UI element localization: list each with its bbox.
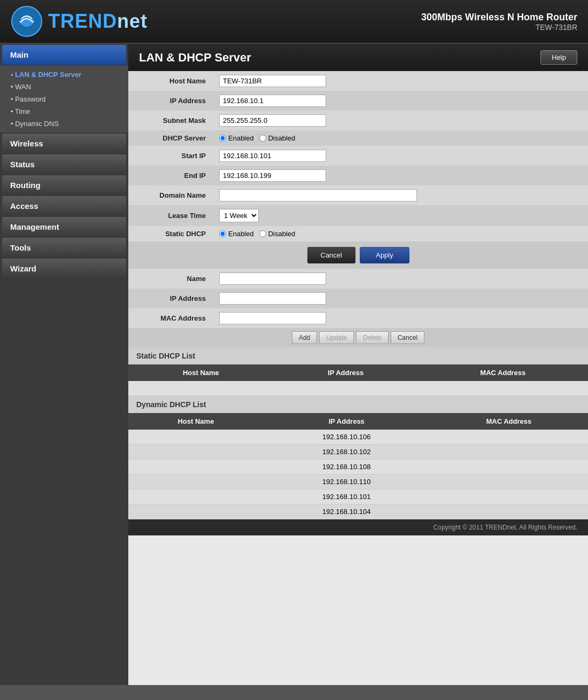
name-input[interactable]	[219, 273, 326, 285]
dhcp-enabled-radio[interactable]	[219, 135, 226, 142]
dynamic-hostname-cell	[128, 504, 264, 519]
sidebar-item-lan-dhcp[interactable]: LAN & DHCP Server	[0, 68, 128, 81]
dhcp-disabled-radio[interactable]	[259, 135, 266, 142]
static-dhcp-radio-group: Enabled Disabled	[219, 230, 583, 238]
dynamic-dhcp-row: 192.168.10.102	[128, 445, 588, 460]
sidebar-item-wan[interactable]: WAN	[0, 81, 128, 93]
mac-address-row: MAC Address	[128, 308, 588, 328]
subnet-mask-row: Subnet Mask	[128, 111, 588, 130]
static-dhcp-tbody	[128, 381, 588, 396]
dynamic-hostname-cell	[128, 430, 264, 445]
add-button[interactable]: Add	[292, 331, 317, 344]
lease-time-row: Lease Time 1 Week 1 Day 1 Hour	[128, 205, 588, 226]
logo-text: TRENDnet	[48, 10, 148, 33]
sidebar-header-main[interactable]: Main	[2, 45, 126, 65]
sidebar-item-dynamic-dns[interactable]: Dynamic DNS	[0, 118, 128, 130]
end-ip-label: End IP	[128, 166, 214, 185]
static-dhcp-header-row: Host Name IP Address MAC Address	[128, 364, 588, 381]
device-sku: TEW-731BR	[421, 23, 577, 32]
crud-buttons-row: Add Update Delete Cancel	[128, 328, 588, 347]
dynamic-dhcp-list-title: Dynamic DHCP List	[128, 396, 588, 413]
end-ip-input[interactable]	[219, 169, 326, 182]
help-button[interactable]: Help	[540, 50, 577, 65]
dynamic-mac-cell	[430, 430, 588, 445]
sidebar-section-access: Access	[0, 196, 128, 216]
static-enabled-radio[interactable]	[219, 230, 226, 237]
domain-name-label: Domain Name	[128, 185, 214, 205]
mac-address-input[interactable]	[219, 312, 326, 324]
lease-time-select[interactable]: 1 Week 1 Day 1 Hour	[219, 209, 259, 222]
static-enabled-text: Enabled	[228, 230, 254, 238]
lease-time-label: Lease Time	[128, 205, 214, 226]
logo-text-trend: TREND	[48, 10, 117, 32]
dhcp-server-radio-group: Enabled Disabled	[219, 134, 583, 142]
update-button[interactable]: Update	[319, 331, 354, 344]
ip-address-label: IP Address	[128, 91, 214, 111]
form-area: Host Name IP Address Subnet Mask	[128, 71, 588, 519]
subnet-mask-input[interactable]	[219, 114, 326, 127]
ip-address2-label: IP Address	[128, 289, 214, 308]
dhcp-disabled-label[interactable]: Disabled	[259, 134, 296, 142]
sidebar-header-status[interactable]: Status	[2, 154, 126, 174]
dynamic-ip-cell: 192.168.10.110	[264, 475, 430, 489]
logo-area: TRENDnet	[11, 5, 148, 37]
sidebar-section-routing: Routing	[0, 175, 128, 195]
ip-address-input[interactable]	[219, 95, 326, 107]
device-info: 300Mbps Wireless N Home Router TEW-731BR	[421, 12, 577, 32]
dynamic-ip-cell: 192.168.10.104	[264, 504, 430, 519]
domain-name-input[interactable]	[219, 189, 417, 201]
sidebar-header-wizard[interactable]: Wizard	[2, 259, 126, 278]
main-layout: Main LAN & DHCP Server WAN Password Time…	[0, 44, 588, 685]
sidebar-header-routing[interactable]: Routing	[2, 175, 126, 195]
dynamic-hostname-cell	[128, 460, 264, 475]
dhcp-server-row: DHCP Server Enabled Disabled	[128, 130, 588, 146]
dynamic-dhcp-row: 192.168.10.110	[128, 475, 588, 489]
static-ip-header: IP Address	[274, 364, 418, 381]
ip-address2-input[interactable]	[219, 292, 326, 305]
dynamic-hostname-cell	[128, 445, 264, 460]
apply-button[interactable]: Apply	[360, 247, 409, 263]
dynamic-ip-header: IP Address	[264, 413, 430, 430]
host-name-input[interactable]	[219, 75, 326, 87]
sidebar-item-password[interactable]: Password	[0, 93, 128, 105]
dynamic-ip-cell: 192.168.10.106	[264, 430, 430, 445]
start-ip-input[interactable]	[219, 150, 326, 162]
static-disabled-text: Disabled	[268, 230, 296, 238]
dynamic-dhcp-header-row: Host Name IP Address MAC Address	[128, 413, 588, 430]
dynamic-mac-cell	[430, 445, 588, 460]
settings-form: Host Name IP Address Subnet Mask	[128, 71, 588, 242]
trendnet-logo-icon	[11, 5, 43, 37]
dynamic-dhcp-row: 192.168.10.108	[128, 460, 588, 475]
dynamic-ip-cell: 192.168.10.101	[264, 489, 430, 504]
sidebar-item-time[interactable]: Time	[0, 105, 128, 118]
dhcp-server-label: DHCP Server	[128, 130, 214, 146]
dynamic-mac-cell	[430, 489, 588, 504]
static-dhcp-label: Static DHCP	[128, 226, 214, 242]
footer: Copyright © 2011 TRENDnet. All Rights Re…	[128, 519, 588, 535]
main-buttons-row: Cancel Apply	[128, 242, 588, 269]
dynamic-mac-cell	[430, 475, 588, 489]
host-name-label: Host Name	[128, 71, 214, 91]
sidebar-header-wireless[interactable]: Wireless	[2, 134, 126, 153]
dynamic-ip-cell: 192.168.10.102	[264, 445, 430, 460]
content-header: LAN & DHCP Server Help	[128, 44, 588, 71]
dynamic-mac-cell	[430, 504, 588, 519]
static-disabled-label[interactable]: Disabled	[259, 230, 296, 238]
sidebar-section-status: Status	[0, 154, 128, 174]
sidebar-section-management: Management	[0, 217, 128, 237]
start-ip-row: Start IP	[128, 146, 588, 166]
subnet-mask-label: Subnet Mask	[128, 111, 214, 130]
cancel2-button[interactable]: Cancel	[391, 331, 424, 344]
sidebar-header-tools[interactable]: Tools	[2, 238, 126, 258]
sidebar-header-access[interactable]: Access	[2, 196, 126, 216]
dynamic-dhcp-table: Host Name IP Address MAC Address 192.168…	[128, 413, 588, 519]
static-disabled-radio[interactable]	[259, 230, 266, 237]
static-enabled-label[interactable]: Enabled	[219, 230, 254, 238]
static-hostname-header: Host Name	[128, 364, 274, 381]
sidebar-header-management[interactable]: Management	[2, 217, 126, 237]
delete-button[interactable]: Delete	[356, 331, 389, 344]
static-dhcp-row: Static DHCP Enabled Disabled	[128, 226, 588, 242]
cancel-button[interactable]: Cancel	[307, 247, 355, 263]
domain-name-row: Domain Name	[128, 185, 588, 205]
dhcp-enabled-label[interactable]: Enabled	[219, 134, 254, 142]
